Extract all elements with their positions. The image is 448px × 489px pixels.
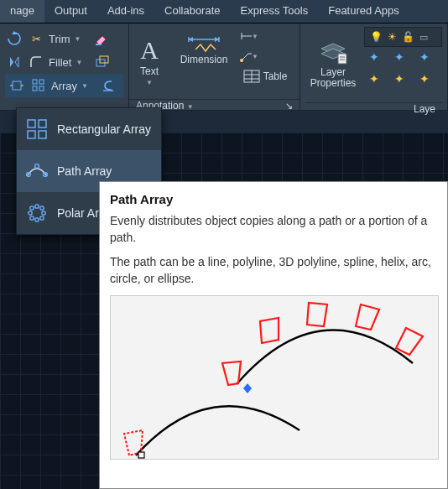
- svg-rect-23: [28, 131, 35, 138]
- path-array-icon: [25, 159, 49, 183]
- svg-rect-36: [138, 452, 144, 458]
- layer-prev-icon[interactable]: ✦: [414, 72, 435, 91]
- tooltip-detail: The path can be a line, polyline, 3D pol…: [110, 254, 437, 287]
- layer-off-icon[interactable]: ✦: [364, 50, 384, 69]
- layer-properties-label: Layer Properties: [310, 67, 357, 89]
- stretch-icon: [8, 76, 26, 95]
- trim-button[interactable]: ✂ Trim ▼: [5, 27, 123, 50]
- layer-match-icon[interactable]: ✦: [389, 72, 409, 91]
- fillet-icon: [27, 53, 45, 71]
- layer-freeze-icon[interactable]: ✦: [389, 50, 409, 69]
- svg-point-31: [29, 211, 32, 215]
- svg-point-13: [240, 59, 243, 62]
- dropdown-icon[interactable]: ▼: [74, 35, 82, 43]
- array-grid-icon: [29, 76, 48, 95]
- polar-array-label: Polar Ar: [57, 206, 99, 220]
- panel-annotation: A Text ▼ Dimension ▼ ▼: [129, 23, 300, 110]
- path-array-label: Path Array: [57, 164, 112, 178]
- rectangular-array-icon: [25, 117, 49, 141]
- menu-express-tools[interactable]: Express Tools: [231, 0, 319, 23]
- subset-icon[interactable]: [99, 76, 117, 95]
- explode-icon[interactable]: [93, 53, 112, 71]
- panel-layers: Layer Properties 💡 ☀ 🔓 ▭ ✦ ✦ ✦ ✦ ✦ ✦: [300, 23, 448, 110]
- tooltip-description: Evenly distributes object copies along a…: [110, 213, 437, 246]
- svg-point-33: [40, 206, 44, 210]
- sun-icon: ☀: [388, 31, 397, 43]
- svg-rect-18: [338, 54, 346, 64]
- panel-modify: ✂ Trim ▼ Fillet ▼: [0, 23, 129, 110]
- svg-point-35: [30, 216, 34, 220]
- tooltip-title: Path Array: [110, 190, 437, 208]
- svg-point-28: [35, 205, 39, 208]
- table-button[interactable]: Table: [240, 67, 290, 86]
- svg-point-34: [40, 216, 44, 220]
- svg-rect-6: [33, 86, 37, 91]
- layer-iso-icon[interactable]: ✦: [364, 72, 384, 91]
- bulb-on-icon: 💡: [370, 31, 383, 43]
- trim-label: Trim: [49, 33, 70, 45]
- svg-rect-7: [39, 86, 44, 91]
- layer-tools: ✦ ✦ ✦ ✦ ✦ ✦: [364, 47, 442, 91]
- dialog-launcher-icon[interactable]: ↘: [285, 101, 293, 112]
- menubar: nage Output Add-ins Collaborate Express …: [0, 0, 448, 23]
- tooltip-illustration: [110, 295, 439, 460]
- scissors-icon: ✂: [27, 29, 45, 48]
- menu-addins[interactable]: Add-ins: [97, 0, 154, 23]
- fillet-label: Fillet: [49, 56, 71, 69]
- plot-icon: ▭: [419, 32, 428, 43]
- dropdown-icon[interactable]: ▼: [75, 59, 83, 66]
- eraser-icon[interactable]: [92, 29, 111, 48]
- text-icon: A: [140, 36, 159, 65]
- fillet-button[interactable]: Fillet ▼: [5, 50, 123, 74]
- layer-dropdown[interactable]: 💡 ☀ 🔓 ▭: [364, 27, 442, 47]
- svg-rect-4: [33, 80, 37, 84]
- menu-output[interactable]: Output: [44, 0, 97, 23]
- svg-rect-3: [13, 81, 21, 90]
- svg-point-26: [35, 164, 39, 169]
- dropdown-icon[interactable]: ▼: [187, 103, 194, 111]
- layer-properties-icon: [318, 40, 348, 65]
- svg-rect-5: [39, 80, 44, 84]
- polar-array-icon: [25, 201, 49, 225]
- mirror-icon: [5, 53, 23, 71]
- svg-point-30: [35, 218, 39, 221]
- svg-rect-0: [96, 44, 102, 45]
- dimension-button[interactable]: Dimension: [169, 23, 238, 75]
- lock-icon: 🔓: [402, 31, 414, 43]
- svg-point-32: [30, 206, 34, 210]
- dimension-icon: [185, 33, 222, 53]
- menu-featured-apps[interactable]: Featured Apps: [318, 0, 409, 23]
- svg-rect-24: [39, 131, 46, 138]
- svg-rect-21: [28, 120, 35, 127]
- dropdown-icon[interactable]: ▼: [145, 79, 154, 86]
- linear-dim-icon[interactable]: ▼: [240, 27, 258, 45]
- array-button[interactable]: Array ▼: [5, 74, 123, 97]
- path-array-tooltip: Path Array Evenly distributes object cop…: [99, 181, 448, 489]
- rectangular-array-label: Rectangular Array: [57, 122, 151, 136]
- array-label: Array: [51, 80, 77, 92]
- dimension-label: Dimension: [180, 55, 228, 65]
- dropdown-icon[interactable]: ▼: [81, 82, 89, 90]
- table-label: Table: [263, 70, 288, 82]
- svg-point-29: [42, 211, 45, 215]
- text-button[interactable]: A Text ▼: [129, 23, 169, 99]
- layers-panel-label: Laye: [414, 103, 435, 115]
- rotate-icon: [5, 29, 23, 48]
- text-label: Text: [140, 66, 159, 77]
- rectangular-array-item[interactable]: Rectangular Array: [17, 108, 161, 150]
- layer-lock-icon[interactable]: ✦: [414, 50, 435, 69]
- svg-rect-22: [39, 120, 46, 127]
- menu-collaborate[interactable]: Collaborate: [154, 0, 231, 23]
- menu-manage[interactable]: nage: [0, 0, 44, 23]
- layer-properties-button[interactable]: Layer Properties: [305, 27, 361, 102]
- ribbon: ✂ Trim ▼ Fillet ▼: [0, 23, 448, 111]
- leader-icon[interactable]: ▼: [240, 47, 258, 65]
